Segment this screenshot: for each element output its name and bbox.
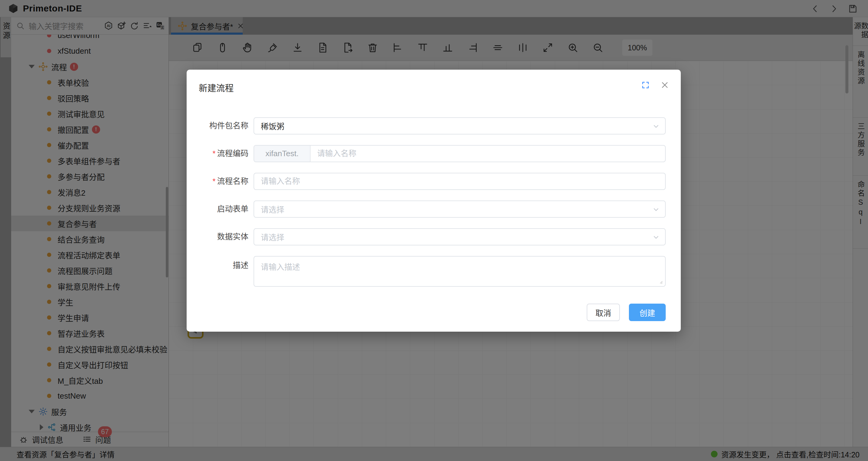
field-row-data-entity: 数据实体 请选择 (194, 228, 666, 245)
dialog-title: 新建流程 (199, 81, 234, 94)
chevron-down-icon (652, 205, 660, 214)
process-code-input[interactable] (311, 146, 665, 162)
field-label: 流程编码 (217, 149, 248, 158)
field-row-process-name: *流程名称 (194, 173, 666, 190)
field-row-description: 描述 (194, 256, 666, 287)
description-field (253, 256, 666, 287)
field-label: 数据实体 (194, 228, 248, 245)
field-row-process-code: *流程编码 xifanTest. (194, 145, 666, 162)
field-label: 描述 (194, 256, 248, 270)
cancel-button[interactable]: 取消 (587, 304, 620, 321)
chevron-down-icon (652, 122, 660, 130)
close-icon[interactable] (660, 81, 669, 90)
resize-handle-icon[interactable] (656, 277, 664, 285)
start-form-select[interactable]: 请选择 (253, 201, 666, 218)
chevron-down-icon (652, 233, 660, 242)
required-mark: * (213, 149, 216, 158)
description-textarea[interactable] (254, 256, 665, 286)
process-name-field (253, 173, 666, 190)
field-label: 启动表单 (194, 201, 248, 218)
process-code-prefix: xifanTest. (254, 146, 311, 162)
field-row-start-form: 启动表单 请选择 (194, 201, 666, 218)
field-row-package-name: 构件包名称 稀饭粥 (194, 117, 666, 134)
package-name-select[interactable]: 稀饭粥 (253, 117, 666, 134)
new-process-dialog: 新建流程 构件包名称 稀饭粥 *流程编码 xifanTest. (187, 70, 681, 332)
primeton-ide-app: Primeton-IDE 资源 输入关键字搜索 AIEn文 userWilfor… (0, 0, 868, 461)
process-name-input[interactable] (254, 173, 665, 189)
field-label: 流程名称 (217, 177, 248, 186)
create-button[interactable]: 创建 (629, 304, 666, 321)
data-entity-select[interactable]: 请选择 (253, 228, 666, 245)
process-code-field: xifanTest. (253, 145, 666, 162)
required-mark: * (213, 177, 216, 186)
fullscreen-icon[interactable] (641, 81, 650, 90)
field-label: 构件包名称 (194, 117, 248, 134)
